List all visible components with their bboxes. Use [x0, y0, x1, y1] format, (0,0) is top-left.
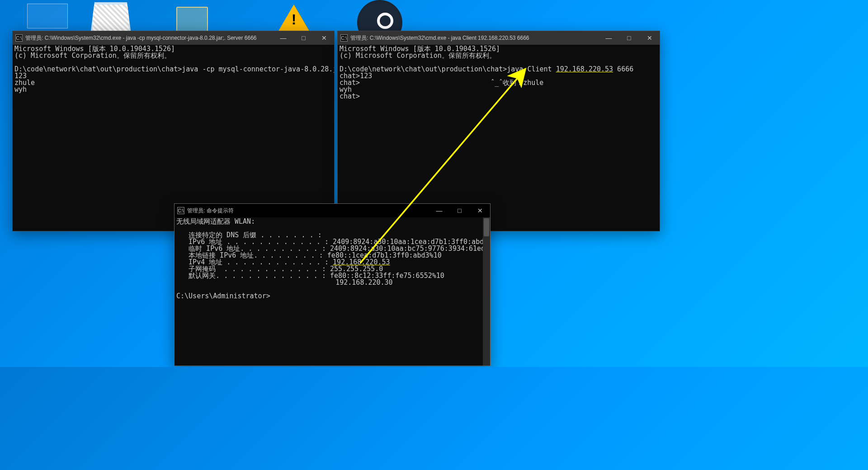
- ipv4-address-value: 192.168.220.53: [333, 258, 390, 266]
- terminal-output[interactable]: 无线局域网适配器 WLAN: 连接特定的 DNS 后缀 . . . . . . …: [175, 217, 490, 366]
- window-title: 管理员: C:\Windows\System32\cmd.exe - java …: [25, 34, 273, 42]
- cmd-icon: C:\: [340, 34, 348, 42]
- window-title: 管理员: 命令提示符: [187, 207, 429, 215]
- maximize-button[interactable]: □: [293, 31, 314, 45]
- folder-icon[interactable]: [176, 7, 208, 32]
- scrollbar-thumb[interactable]: [484, 218, 489, 236]
- cmd-window-ipconfig[interactable]: C:\ 管理员: 命令提示符 — □ ✕ 无线局域网适配器 WLAN: 连接特定…: [174, 203, 491, 366]
- desktop-selection: [27, 4, 68, 28]
- titlebar[interactable]: C:\ 管理员: C:\Windows\System32\cmd.exe - j…: [13, 31, 334, 45]
- client-ip-arg: 192.168.220.53: [556, 65, 613, 73]
- close-button[interactable]: ✕: [470, 204, 490, 217]
- cmd-window-client[interactable]: C:\ 管理员: C:\Windows\System32\cmd.exe - j…: [337, 31, 660, 231]
- cmd-window-server[interactable]: C:\ 管理员: C:\Windows\System32\cmd.exe - j…: [12, 31, 335, 231]
- window-title: 管理员: C:\Windows\System32\cmd.exe - java …: [350, 34, 599, 42]
- maximize-button[interactable]: □: [619, 31, 639, 45]
- cmd-icon: C:\: [177, 207, 184, 214]
- scrollbar[interactable]: [483, 217, 490, 366]
- minimize-button[interactable]: —: [429, 204, 449, 217]
- titlebar[interactable]: C:\ 管理员: C:\Windows\System32\cmd.exe - j…: [338, 31, 660, 45]
- recycle-bin-icon[interactable]: [90, 2, 131, 34]
- warning-shield-icon[interactable]: [278, 5, 310, 32]
- minimize-button[interactable]: —: [273, 31, 293, 45]
- maximize-button[interactable]: □: [449, 204, 470, 217]
- minimize-button[interactable]: —: [599, 31, 619, 45]
- close-button[interactable]: ✕: [314, 31, 334, 45]
- titlebar[interactable]: C:\ 管理员: 命令提示符 — □ ✕: [175, 204, 490, 217]
- close-button[interactable]: ✕: [639, 31, 660, 45]
- cmd-icon: C:\: [15, 34, 23, 42]
